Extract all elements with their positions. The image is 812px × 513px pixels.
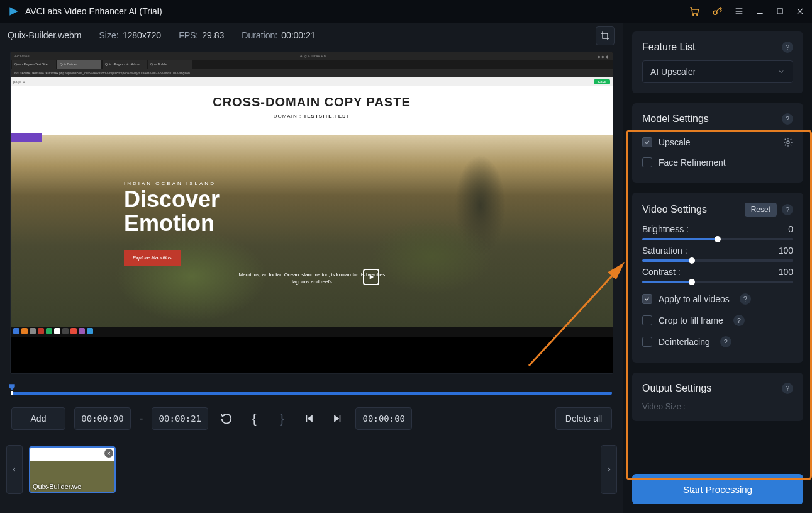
video-settings-panel: Video Settings Reset ? Brightness :0 Sat…	[632, 193, 803, 363]
duration-value: 00:00:21	[281, 30, 316, 40]
bracket-right-button[interactable]: }	[272, 409, 291, 428]
playhead-icon	[8, 383, 16, 392]
preview-discover: DiscoverEmotion	[124, 188, 220, 235]
deinterlace-checkbox[interactable]	[642, 337, 652, 347]
app-title: AVCLabs Video Enhancer AI (Trial)	[25, 6, 162, 16]
saturation-value: 100	[779, 245, 793, 256]
brightness-slider[interactable]	[642, 238, 793, 240]
svg-marker-0	[9, 7, 18, 15]
deinterlace-label: Deinterlacing	[659, 337, 710, 347]
size-label: Size:	[99, 30, 119, 40]
upscale-label: Upscale	[659, 137, 691, 147]
crop-icon	[600, 31, 610, 41]
loop-button[interactable]	[217, 409, 236, 428]
preview-url: Not secure | testsite4.test/index.php?op…	[11, 69, 613, 77]
contrast-value: 100	[779, 267, 793, 277]
help-icon[interactable]: ?	[782, 113, 793, 125]
minimize-icon[interactable]	[755, 7, 764, 16]
video-settings-title: Video Settings	[642, 204, 707, 215]
app-logo-icon	[8, 5, 20, 18]
delete-all-button[interactable]: Delete all	[555, 407, 612, 430]
bracket-left-button[interactable]: {	[245, 409, 264, 428]
contrast-slider[interactable]	[642, 281, 793, 283]
trim-end-input[interactable]: 00:00:21	[152, 407, 208, 430]
help-icon[interactable]: ?	[782, 383, 793, 394]
feature-select[interactable]: AI Upscaler	[642, 60, 793, 83]
thumb-label: Quix-Builder.we	[33, 483, 81, 490]
preview-systray: ◆ ◆ ◆	[598, 54, 609, 59]
thumb-next-button[interactable]	[601, 445, 617, 494]
preview-activities: Activities	[14, 54, 30, 58]
model-settings-title: Model Settings	[642, 113, 709, 125]
trim-start-input[interactable]: 00:00:00	[74, 407, 131, 430]
start-processing-button[interactable]: Start Processing	[632, 474, 803, 504]
model-settings-panel: Model Settings ? Upscale Face Refinement	[632, 103, 803, 183]
svg-point-3	[713, 11, 717, 14]
help-icon[interactable]: ?	[720, 336, 731, 347]
svg-marker-11	[370, 274, 374, 279]
preview-tab: Quix Builder	[148, 60, 192, 69]
crop-fill-label: Crop to fill frame	[659, 315, 723, 325]
current-time-input[interactable]: 00:00:00	[355, 407, 412, 430]
video-size-label: Video Size :	[642, 402, 793, 411]
close-icon[interactable]	[796, 7, 804, 16]
next-frame-button[interactable]	[328, 409, 347, 428]
file-name: Quix-Builder.webm	[8, 30, 82, 40]
feature-list-title: Feature List	[642, 42, 695, 53]
help-icon[interactable]: ?	[740, 293, 751, 305]
thumbnails-row: × Quix-Builder.we	[6, 441, 617, 498]
preview-tab: Quix - Pages - Test Site	[12, 60, 56, 69]
add-button[interactable]: Add	[11, 407, 65, 430]
dash-separator: -	[140, 413, 143, 424]
feature-list-panel: Feature List ? AI Upscaler	[632, 31, 803, 93]
upscale-checkbox[interactable]	[642, 137, 652, 147]
thumb-prev-button[interactable]	[6, 445, 23, 494]
left-pane: Quix-Builder.webm Size:1280x720 FPS:29.8…	[0, 23, 623, 513]
output-settings-panel: Output Settings ? Video Size :	[632, 373, 803, 421]
help-icon[interactable]: ?	[782, 204, 793, 215]
preview-tab: Quix - Pages - j4 - Admin	[103, 60, 147, 69]
size-value: 1280x720	[123, 30, 162, 40]
crop-button[interactable]	[596, 26, 615, 45]
output-settings-title: Output Settings	[642, 383, 711, 394]
prev-frame-button[interactable]	[300, 409, 319, 428]
feature-select-value: AI Upscaler	[650, 67, 696, 77]
preview-cta: Explore Mauritius	[124, 250, 181, 266]
svg-rect-8	[777, 9, 782, 14]
video-preview[interactable]: Activities Aug 4 10:44 AM ◆ ◆ ◆ Quix - P…	[10, 52, 613, 374]
preview-toolbar: page-1 Save	[11, 77, 613, 86]
preview-hero-title: CROSS-DOMAIN COPY PASTE	[11, 95, 613, 110]
face-refinement-label: Face Refinement	[659, 157, 726, 167]
svg-marker-12	[308, 415, 313, 422]
maximize-icon[interactable]	[776, 7, 784, 16]
help-icon[interactable]: ?	[733, 315, 745, 326]
preview-play-icon	[363, 269, 379, 285]
face-refinement-checkbox[interactable]	[642, 157, 652, 167]
right-pane: Feature List ? AI Upscaler Model Setting…	[623, 23, 812, 513]
file-info-bar: Quix-Builder.webm Size:1280x720 FPS:29.8…	[0, 23, 623, 48]
svg-point-18	[787, 141, 789, 144]
brightness-label: Brightness :	[642, 224, 689, 234]
apply-all-checkbox[interactable]	[642, 294, 652, 304]
apply-all-label: Apply to all videos	[659, 294, 730, 304]
preview-clock: Aug 4 10:44 AM	[300, 54, 327, 58]
gear-icon[interactable]	[783, 137, 793, 147]
svg-marker-14	[335, 415, 340, 422]
svg-point-2	[696, 14, 698, 16]
timeline-track[interactable]	[11, 392, 612, 395]
menu-icon[interactable]	[734, 6, 744, 16]
key-icon[interactable]	[711, 6, 723, 17]
fps-label: FPS:	[179, 30, 198, 40]
saturation-slider[interactable]	[642, 259, 793, 262]
duration-label: Duration:	[242, 30, 277, 40]
help-icon[interactable]: ?	[782, 42, 793, 53]
timeline-marker[interactable]	[11, 383, 612, 392]
cart-icon[interactable]	[689, 6, 700, 17]
svg-point-1	[692, 14, 694, 16]
titlebar: AVCLabs Video Enhancer AI (Trial)	[0, 0, 812, 23]
reset-button[interactable]: Reset	[745, 203, 777, 217]
video-thumbnail[interactable]: × Quix-Builder.we	[29, 446, 116, 493]
controls-row: Add 00:00:00 - 00:00:21 { } 00:00:00 Del…	[11, 406, 612, 431]
thumb-remove-button[interactable]: ×	[104, 449, 113, 458]
crop-fill-checkbox[interactable]	[642, 315, 652, 325]
